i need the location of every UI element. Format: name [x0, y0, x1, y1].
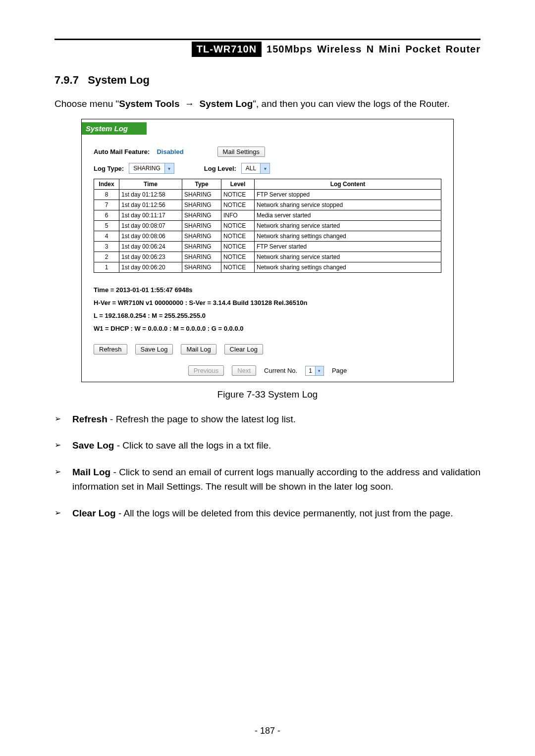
chevron-down-icon: ▾	[164, 163, 174, 173]
mail-log-button[interactable]: Mail Log	[181, 344, 216, 354]
clear-log-button[interactable]: Clear Log	[224, 344, 263, 354]
cell-content: Network sharing service started	[255, 252, 441, 262]
intro-pre: Choose menu "	[54, 99, 119, 109]
bullet-term: Mail Log	[72, 467, 110, 477]
intro-path1: System Tools	[119, 99, 179, 109]
bullet-list: ➢Refresh - Refresh the page to show the …	[54, 412, 481, 520]
bullet-icon: ➢	[54, 465, 64, 494]
cell-time: 1st day 00:06:20	[119, 262, 182, 273]
col-time: Time	[119, 179, 182, 190]
table-row: 11st day 00:06:20SHARINGNOTICENetwork sh…	[94, 262, 441, 273]
col-level: Level	[221, 179, 255, 190]
log-level-select[interactable]: ALL ▾	[241, 163, 270, 174]
cell-index: 3	[94, 242, 119, 252]
cell-time: 1st day 01:12:56	[119, 200, 182, 210]
cell-index: 4	[94, 231, 119, 242]
intro-paragraph: Choose menu "System Tools → System Log",…	[54, 99, 481, 109]
cell-index: 2	[94, 252, 119, 262]
cell-type: SHARING	[182, 210, 221, 221]
log-table-head: Index Time Type Level Log Content	[94, 179, 441, 190]
bullet-term: Refresh	[72, 414, 107, 424]
log-type-select[interactable]: SHARING ▾	[129, 163, 174, 174]
status-block: Time = 2013-01-01 1:55:47 6948s H-Ver = …	[94, 284, 441, 335]
filter-row: Log Type: SHARING ▾ Log Level: ALL ▾	[94, 163, 441, 174]
mail-settings-button[interactable]: Mail Settings	[217, 147, 265, 157]
cell-time: 1st day 01:12:58	[119, 190, 182, 200]
cell-index: 8	[94, 190, 119, 200]
cell-index: 7	[94, 200, 119, 210]
bullet-icon: ➢	[54, 506, 64, 520]
cell-content: FTP Server stopped	[255, 190, 441, 200]
page-number-select[interactable]: 1 ▾	[305, 366, 324, 376]
cell-type: SHARING	[182, 190, 221, 200]
cell-level: NOTICE	[221, 231, 255, 242]
previous-button[interactable]: Previous	[188, 365, 224, 376]
list-item: ➢Clear Log - All the logs will be delete…	[54, 506, 481, 520]
list-item: ➢Mail Log - Click to send an email of cu…	[54, 465, 481, 494]
page-number-value: 1	[306, 367, 315, 374]
cell-level: NOTICE	[221, 190, 255, 200]
cell-type: SHARING	[182, 252, 221, 262]
system-log-banner: System Log	[82, 122, 147, 135]
page-number: - 187 -	[0, 726, 535, 736]
bullet-body: Clear Log - All the logs will be deleted…	[72, 506, 481, 520]
bullet-desc: - Click to send an email of current logs…	[72, 467, 481, 492]
arrow-icon: →	[185, 99, 194, 109]
auto-mail-label: Auto Mail Feature:	[94, 148, 150, 155]
bullet-icon: ➢	[54, 412, 64, 426]
bullet-body: Save Log - Click to save all the logs in…	[72, 438, 481, 453]
cell-content: Network sharing service started	[255, 221, 441, 231]
log-type-label: Log Type:	[94, 165, 124, 172]
cell-time: 1st day 00:06:23	[119, 252, 182, 262]
table-row: 61st day 00:11:17SHARINGINFOMedia server…	[94, 210, 441, 221]
bullet-term: Save Log	[72, 440, 114, 451]
page-header: TL-WR710N 150Mbps Wireless N Mini Pocket…	[54, 42, 481, 57]
cell-time: 1st day 00:06:24	[119, 242, 182, 252]
log-table: Index Time Type Level Log Content 81st d…	[94, 179, 441, 273]
cell-type: SHARING	[182, 200, 221, 210]
list-item: ➢Save Log - Click to save all the logs i…	[54, 438, 481, 453]
table-row: 51st day 00:08:07SHARINGNOTICENetwork sh…	[94, 221, 441, 231]
cell-content: Media server started	[255, 210, 441, 221]
figure-body: Auto Mail Feature: Disabled Mail Setting…	[82, 135, 453, 382]
model-desc: 150Mbps Wireless N Mini Pocket Router	[267, 44, 481, 55]
bullet-body: Refresh - Refresh the page to show the l…	[72, 412, 481, 426]
chevron-down-icon: ▾	[260, 163, 269, 173]
figure-caption: Figure 7-33 System Log	[54, 389, 481, 400]
auto-mail-status: Disabled	[157, 148, 183, 155]
section-heading: 7.9.7 System Log	[54, 74, 481, 87]
log-level-value: ALL	[242, 165, 260, 172]
cell-index: 1	[94, 262, 119, 273]
section-number: 7.9.7	[54, 74, 79, 86]
table-row: 41st day 00:08:06SHARINGNOTICENetwork sh…	[94, 231, 441, 242]
intro-path2: System Log	[200, 99, 253, 109]
document-page: TL-WR710N 150Mbps Wireless N Mini Pocket…	[0, 0, 535, 756]
bullet-icon: ➢	[54, 438, 64, 453]
header-rule	[54, 39, 481, 40]
cell-time: 1st day 00:11:17	[119, 210, 182, 221]
cell-time: 1st day 00:08:06	[119, 231, 182, 242]
bullet-desc: - Click to save all the logs in a txt fi…	[114, 440, 271, 451]
table-row: 31st day 00:06:24SHARINGNOTICEFTP Server…	[94, 242, 441, 252]
next-button[interactable]: Next	[232, 365, 256, 376]
cell-index: 6	[94, 210, 119, 221]
cell-type: SHARING	[182, 262, 221, 273]
bullet-body: Mail Log - Click to send an email of cur…	[72, 465, 481, 494]
table-row: 81st day 01:12:58SHARINGNOTICEFTP Server…	[94, 190, 441, 200]
col-content: Log Content	[255, 179, 441, 190]
status-wan: W1 = DHCP : W = 0.0.0.0 : M = 0.0.0.0 : …	[94, 322, 441, 335]
intro-post: ", and then you can view the logs of the…	[253, 99, 450, 109]
status-time: Time = 2013-01-01 1:55:47 6948s	[94, 284, 441, 297]
model-chip: TL-WR710N	[192, 42, 262, 57]
section-title-text: System Log	[88, 74, 150, 86]
cell-level: NOTICE	[221, 242, 255, 252]
status-hver: H-Ver = WR710N v1 00000000 : S-Ver = 3.1…	[94, 297, 441, 309]
save-log-button[interactable]: Save Log	[135, 344, 173, 354]
log-table-body: 81st day 01:12:58SHARINGNOTICEFTP Server…	[94, 190, 441, 273]
log-type-value: SHARING	[129, 165, 164, 172]
cell-level: NOTICE	[221, 200, 255, 210]
bullet-desc: - All the logs will be deleted from this…	[116, 508, 453, 518]
cell-content: Network sharing settings changed	[255, 231, 441, 242]
refresh-button[interactable]: Refresh	[94, 344, 127, 354]
system-log-figure: System Log Auto Mail Feature: Disabled M…	[81, 119, 454, 382]
